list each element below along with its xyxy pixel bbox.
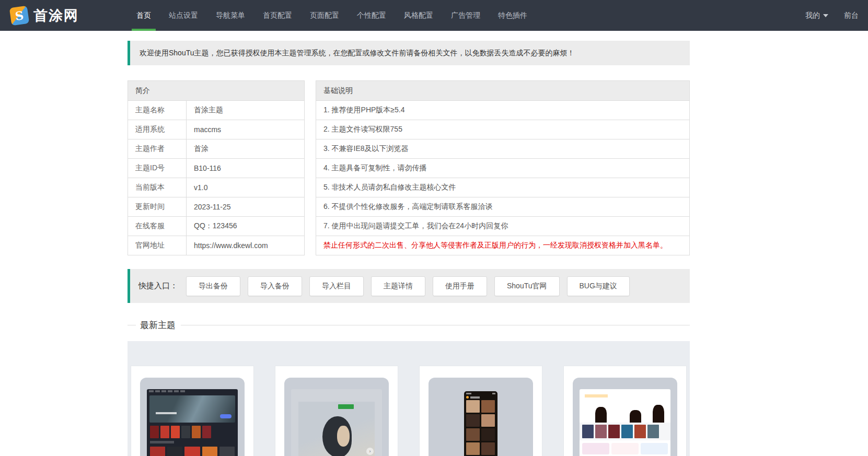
table-row: 主题作者 首涂 [128, 139, 305, 159]
table-row: 官网地址 https://www.dkewl.com [128, 236, 305, 255]
welcome-alert: 欢迎使用ShouTu主题，您已获得授权使用本主题管理系统，在您配置或修改文件前请… [128, 41, 690, 65]
row-label: 当前版本 [128, 178, 187, 197]
notes-table: 基础说明 1. 推荐使用PHP版本≥5.4 2. 主题文件读写权限755 3. … [316, 80, 690, 255]
nav-item-site-settings[interactable]: 站点设置 [160, 0, 207, 31]
row-value: v1.0 [187, 178, 305, 197]
row-value: QQ：123456 [187, 217, 305, 236]
row-value: maccms [187, 120, 305, 139]
nav-item-nav-menu[interactable]: 导航菜单 [207, 0, 254, 31]
preview-banner [580, 389, 670, 423]
row-label: 在线客服 [128, 217, 187, 236]
bug-suggestion-button[interactable]: BUG与建议 [567, 276, 630, 296]
table-row: 主题名称 首涂主题 [128, 101, 305, 120]
import-backup-button[interactable]: 导入备份 [248, 276, 302, 296]
row-label: 主题作者 [128, 139, 187, 159]
player-logo-badge [338, 404, 354, 409]
note-item: 6. 不提供个性化修改服务，高端定制请联系客服洽谈 [316, 197, 690, 217]
row-value: B10-116 [187, 159, 305, 178]
row-value: 首涂 [187, 139, 305, 159]
nav-item-home-config[interactable]: 首页配置 [254, 0, 301, 31]
theme-preview-tablet [429, 378, 533, 456]
latest-themes-header: 最新主题 [128, 319, 690, 331]
theme-preview-tablet [140, 378, 245, 456]
note-item: 1. 推荐使用PHP版本≥5.4 [316, 101, 690, 120]
divider-line [181, 325, 690, 325]
note-item: 3. 不兼容IE8及以下浏览器 [316, 139, 690, 159]
table-row: 禁止任何形式的二次出售、分享他人等侵害作者及正版用户的行为，一经发现取消授权资格… [316, 236, 690, 255]
row-value: 2023-11-25 [187, 197, 305, 217]
main-content: 欢迎使用ShouTu主题，您已获得授权使用本主题管理系统，在您配置或修改文件前请… [128, 41, 690, 456]
table-row: 当前版本 v1.0 [128, 178, 305, 197]
note-item: 4. 主题具备可复制性，请勿传播 [316, 159, 690, 178]
theme-preview-screenshot [147, 389, 238, 456]
info-tables: 简介 主题名称 首涂主题 适用系统 maccms 主题作者 首涂 主题ID号 B… [128, 80, 690, 255]
export-backup-button[interactable]: 导出备份 [186, 276, 240, 296]
quick-entry-bar: 快捷入口： 导出备份 导入备份 导入栏目 主题详情 使用手册 ShouTu官网 … [128, 269, 690, 303]
table-row: 2. 主题文件读写权限755 [316, 120, 690, 139]
table-row: 7. 使用中出现问题请提交工单，我们会在24小时内回复你 [316, 217, 690, 236]
shoutu-official-site-button[interactable]: ShouTu官网 [494, 276, 560, 296]
table-row: 4. 主题具备可复制性，请勿传播 [316, 159, 690, 178]
nav-item-page-config[interactable]: 页面配置 [301, 0, 348, 31]
main-menu: 首页 站点设置 导航菜单 首页配置 页面配置 个性配置 风格配置 广告管理 特色… [128, 0, 536, 31]
table-row: 主题ID号 B10-116 [128, 159, 305, 178]
intro-table: 简介 主题名称 首涂主题 适用系统 maccms 主题作者 首涂 主题ID号 B… [128, 80, 305, 255]
my-dropdown[interactable]: 我的 [804, 11, 829, 20]
next-arrow-icon: › [366, 448, 374, 455]
table-row: 5. 非技术人员请勿私自修改主题核心文件 [316, 178, 690, 197]
chevron-down-icon [823, 14, 828, 17]
row-value-website: https://www.dkewl.com [187, 236, 305, 255]
nav-item-style-config[interactable]: 风格配置 [395, 0, 442, 31]
table-row: 适用系统 maccms [128, 120, 305, 139]
warning-text: 禁止任何形式的二次出售、分享他人等侵害作者及正版用户的行为，一经发现取消授权资格… [316, 236, 690, 255]
nav-item-featured-plugins[interactable]: 特色插件 [489, 0, 536, 31]
table-row: 1. 推荐使用PHP版本≥5.4 [316, 101, 690, 120]
intro-table-header: 简介 [128, 81, 305, 101]
table-row: 6. 不提供个性化修改服务，高端定制请联系客服洽谈 [316, 197, 690, 217]
row-label: 官网地址 [128, 236, 187, 255]
my-dropdown-label: 我的 [805, 11, 820, 20]
quick-entry-label: 快捷入口： [138, 281, 178, 291]
theme-preview-screenshot [580, 389, 670, 456]
row-label: 适用系统 [128, 120, 187, 139]
notes-table-header: 基础说明 [316, 81, 690, 101]
user-manual-button[interactable]: 使用手册 [433, 276, 487, 296]
latest-themes-title: 最新主题 [140, 319, 176, 331]
theme-card-mobile-photo[interactable] [419, 366, 542, 456]
logo-icon: S [9, 5, 29, 25]
row-label: 主题ID号 [128, 159, 187, 178]
nav-item-home[interactable]: 首页 [128, 0, 160, 31]
top-navbar: S 首涂网 首页 站点设置 导航菜单 首页配置 页面配置 个性配置 风格配置 广… [0, 0, 868, 31]
table-row: 更新时间 2023-11-25 [128, 197, 305, 217]
nav-item-personal-config[interactable]: 个性配置 [348, 0, 395, 31]
row-label: 更新时间 [128, 197, 187, 217]
logo-text: 首涂网 [33, 6, 79, 25]
site-logo[interactable]: S 首涂网 [10, 0, 120, 31]
navbar-right: 我的 前台 [804, 0, 860, 31]
latest-themes-grid: › [128, 341, 690, 456]
table-row: 在线客服 QQ：123456 [128, 217, 305, 236]
divider-dash [128, 325, 136, 325]
note-item: 5. 非技术人员请勿私自修改主题核心文件 [316, 178, 690, 197]
theme-preview-tablet [573, 378, 677, 456]
row-value: 首涂主题 [187, 101, 305, 120]
player-frame: › [298, 402, 375, 456]
theme-card-game-movie-site[interactable] [563, 366, 687, 456]
theme-card-video-player[interactable]: › [275, 366, 398, 456]
note-item: 7. 使用中出现问题请提交工单，我们会在24小时内回复你 [316, 217, 690, 236]
welcome-alert-text: 欢迎使用ShouTu主题，您已获得授权使用本主题管理系统，在您配置或修改文件前请… [140, 49, 575, 58]
theme-preview-phone-screenshot [464, 391, 497, 456]
note-item: 2. 主题文件读写权限755 [316, 120, 690, 139]
row-label: 主题名称 [128, 101, 187, 120]
nav-item-ad-management[interactable]: 广告管理 [442, 0, 489, 31]
theme-preview-screenshot: › [291, 389, 382, 456]
theme-preview-tablet: › [284, 378, 389, 456]
theme-card-dark-video-site[interactable] [131, 366, 254, 456]
frontend-link[interactable]: 前台 [843, 11, 860, 20]
theme-details-button[interactable]: 主题详情 [371, 276, 425, 296]
table-row: 3. 不兼容IE8及以下浏览器 [316, 139, 690, 159]
preview-banner [149, 395, 235, 423]
import-categories-button[interactable]: 导入栏目 [309, 276, 364, 296]
